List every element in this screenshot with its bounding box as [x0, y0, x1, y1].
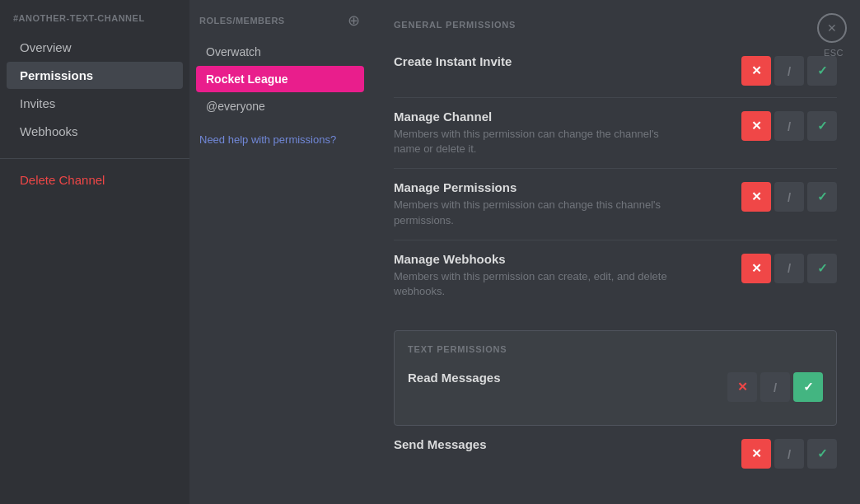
perm-name-read-messages: Read Messages — [408, 371, 501, 385]
perm-controls-manage-permissions: ✕ / ✓ — [741, 182, 837, 212]
role-item-rocket-league[interactable]: Rocket League — [196, 66, 364, 92]
sidebar-item-delete-channel[interactable]: Delete Channel — [7, 166, 183, 194]
close-button[interactable]: ✕ — [817, 13, 847, 43]
neutral-btn-send-messages[interactable]: / — [774, 439, 804, 469]
deny-btn-read-messages[interactable]: ✕ — [727, 372, 757, 402]
allow-btn-send-messages[interactable]: ✓ — [807, 439, 837, 469]
roles-header: ROLES/MEMBERS ⊕ — [189, 13, 371, 38]
deny-btn-manage-channel[interactable]: ✕ — [741, 111, 771, 141]
help-link[interactable]: Need help with permissions? — [189, 120, 371, 159]
perm-controls-read-messages: ✕ / ✓ — [727, 372, 823, 402]
permission-row-manage-channel: Manage Channel Members with this permiss… — [394, 98, 837, 169]
perm-left: Manage Channel Members with this permiss… — [394, 110, 674, 156]
permission-row-create-instant-invite: Create Instant Invite ✕ / ✓ — [394, 43, 837, 98]
perm-desc-manage-permissions: Members with this permission can change … — [394, 198, 674, 227]
neutral-btn-manage-permissions[interactable]: / — [774, 182, 804, 212]
neutral-btn-manage-channel[interactable]: / — [774, 111, 804, 141]
perm-desc-manage-channel: Members with this permission can change … — [394, 127, 674, 156]
esc-label: ESC — [824, 48, 844, 58]
allow-btn-read-messages[interactable]: ✓ — [793, 372, 823, 402]
allow-btn-manage-webhooks[interactable]: ✓ — [807, 254, 837, 283]
perm-controls-create-instant-invite: ✕ / ✓ — [741, 56, 837, 86]
allow-btn-manage-channel[interactable]: ✓ — [807, 111, 837, 141]
add-role-button[interactable]: ⊕ — [346, 13, 361, 28]
deny-btn-create-instant-invite[interactable]: ✕ — [741, 56, 771, 86]
perm-controls-manage-channel: ✕ / ✓ — [741, 111, 837, 141]
role-item-overwatch[interactable]: Overwatch — [196, 39, 364, 65]
perm-left: Create Instant Invite — [394, 54, 512, 72]
channel-name: #ANOTHER-TEXT-CHANNEL — [0, 13, 189, 33]
left-sidebar: #ANOTHER-TEXT-CHANNEL Overview Permissio… — [0, 0, 189, 504]
perm-name-manage-permissions: Manage Permissions — [394, 180, 674, 194]
general-permissions-section: GENERAL PERMISSIONS Create Instant Invit… — [394, 20, 837, 310]
deny-btn-send-messages[interactable]: ✕ — [741, 439, 771, 469]
roles-header-label: ROLES/MEMBERS — [199, 16, 285, 26]
perm-left: Manage Permissions Members with this per… — [394, 180, 674, 227]
neutral-btn-read-messages[interactable]: / — [760, 372, 790, 402]
main-content: ✕ ESC GENERAL PERMISSIONS Create Instant… — [371, 0, 860, 504]
middle-panel: ROLES/MEMBERS ⊕ Overwatch Rocket League … — [189, 0, 371, 504]
allow-btn-manage-permissions[interactable]: ✓ — [807, 182, 837, 212]
perm-left: Manage Webhooks Members with this permis… — [394, 252, 674, 299]
perm-controls-send-messages: ✕ / ✓ — [741, 439, 837, 469]
role-item-everyone[interactable]: @everyone — [196, 93, 364, 119]
permission-row-manage-permissions: Manage Permissions Members with this per… — [394, 169, 837, 240]
perm-name-manage-channel: Manage Channel — [394, 110, 674, 124]
permission-row-manage-webhooks: Manage Webhooks Members with this permis… — [394, 240, 837, 310]
permission-row-read-messages: Read Messages ✕ / ✓ — [408, 367, 823, 412]
close-icon: ✕ — [827, 22, 837, 34]
perm-name-send-messages: Send Messages — [394, 437, 487, 451]
perm-controls-manage-webhooks: ✕ / ✓ — [741, 254, 837, 283]
perm-desc-manage-webhooks: Members with this permission can create,… — [394, 269, 674, 299]
deny-btn-manage-permissions[interactable]: ✕ — [741, 182, 771, 212]
perm-left: Read Messages — [408, 371, 501, 388]
sidebar-item-webhooks[interactable]: Webhooks — [7, 118, 183, 145]
perm-name-create-instant-invite: Create Instant Invite — [394, 54, 512, 68]
perm-name-manage-webhooks: Manage Webhooks — [394, 252, 674, 266]
neutral-btn-create-instant-invite[interactable]: / — [774, 56, 804, 86]
permission-row-send-messages: Send Messages ✕ / ✓ — [394, 426, 837, 480]
text-permissions-section: TEXT PERMISSIONS Read Messages ✕ / ✓ — [394, 330, 837, 426]
sidebar-item-invites[interactable]: Invites — [7, 90, 183, 117]
allow-btn-create-instant-invite[interactable]: ✓ — [807, 56, 837, 86]
sidebar-item-permissions[interactable]: Permissions — [7, 62, 183, 89]
neutral-btn-manage-webhooks[interactable]: / — [774, 254, 804, 283]
perm-left: Send Messages — [394, 437, 487, 455]
sidebar-item-overview[interactable]: Overview — [7, 34, 183, 61]
text-permissions-header: TEXT PERMISSIONS — [408, 344, 823, 354]
deny-btn-manage-webhooks[interactable]: ✕ — [741, 254, 771, 283]
general-permissions-header: GENERAL PERMISSIONS — [394, 20, 837, 30]
